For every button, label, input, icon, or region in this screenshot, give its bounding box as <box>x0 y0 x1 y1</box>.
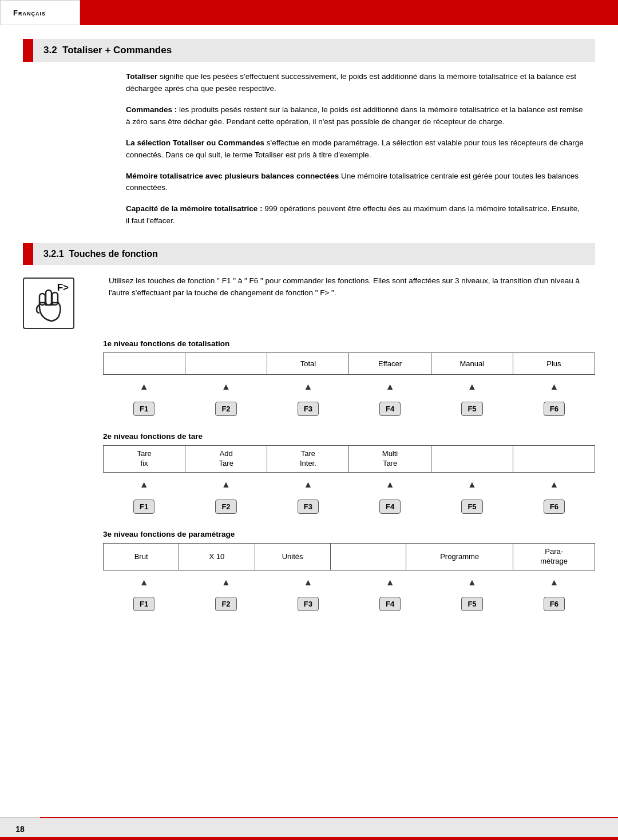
arrow-t3-2: ▲ <box>185 572 267 593</box>
bold-memoire: Mémoire totalisatrice avec plusieurs bal… <box>126 172 339 180</box>
table-3-fkey: ▲ ▲ ▲ ▲ ▲ ▲ F1 F2 F3 F4 F5 F6 <box>103 572 595 615</box>
subsection-number: 3.2.1 <box>43 249 64 259</box>
cell-t3-h1: Brut <box>104 544 179 570</box>
section-3-2-content: Totaliser signifie que les pesées s'effe… <box>23 71 595 227</box>
bold-totaliser: Totaliser <box>126 72 157 81</box>
btn-t3-f2[interactable]: F2 <box>185 593 267 615</box>
btn-t3-f1[interactable]: F1 <box>103 593 185 615</box>
arrow-t2-4: ▲ <box>349 474 431 496</box>
btn-t1-f5[interactable]: F5 <box>431 398 513 419</box>
cell-t3-h4 <box>330 544 406 570</box>
arrow-t1-3: ▲ <box>267 376 349 398</box>
btn-t2-f4[interactable]: F4 <box>349 496 431 517</box>
svg-rect-0 <box>46 290 52 305</box>
hand-icon <box>33 289 65 324</box>
paragraph-2: Commandes : les produits pesés restent s… <box>126 104 584 128</box>
table-2-btn-row: F1 F2 F3 F4 F5 F6 <box>103 496 595 517</box>
fkey-area: F> Utilisez l <box>23 275 595 329</box>
cell-t2-h4: MultiTare <box>349 446 431 473</box>
table-2-label: 2e niveau fonctions de tare <box>103 432 595 441</box>
bold-commandes: Commandes : <box>126 105 177 114</box>
btn-t2-f5[interactable]: F5 <box>431 496 513 517</box>
table-3-arrow-row: ▲ ▲ ▲ ▲ ▲ ▲ <box>103 572 595 593</box>
cell-t1-h4: Effacer <box>349 353 431 375</box>
cell-t3-h6: Para-métrage <box>513 544 595 570</box>
cell-t2-h3: TareInter. <box>267 446 349 473</box>
arrow-t3-3: ▲ <box>267 572 349 593</box>
table-2-header-row: Tarefix AddTare TareInter. MultiTare <box>104 446 595 473</box>
bold-capacite: Capacité de la mémoire totalisatrice : <box>126 204 263 213</box>
table-2: Tarefix AddTare TareInter. MultiTare <box>103 445 595 473</box>
arrow-t3-5: ▲ <box>431 572 513 593</box>
btn-t3-f4[interactable]: F4 <box>349 593 431 615</box>
paragraph-4: Mémoire totalisatrice avec plusieurs bal… <box>126 171 584 195</box>
footer-red-line <box>0 837 618 840</box>
btn-t1-f2[interactable]: F2 <box>185 398 267 419</box>
arrow-t3-6: ▲ <box>513 572 595 593</box>
arrow-t2-5: ▲ <box>431 474 513 496</box>
section-red-bar <box>23 39 33 62</box>
arrow-t1-6: ▲ <box>513 376 595 398</box>
table-3-section: 3e niveau fonctions de paramétrage Brut … <box>103 530 595 615</box>
arrow-t1-1: ▲ <box>103 376 185 398</box>
fkey-description: Utilisez les touches de fonction " F1 " … <box>109 275 595 299</box>
fkey-icon-box: F> <box>23 278 74 329</box>
btn-t2-f6[interactable]: F6 <box>513 496 595 517</box>
arrow-t2-6: ▲ <box>513 474 595 496</box>
cell-t1-h3: Total <box>267 353 349 375</box>
table-1-btn-row: F1 F2 F3 F4 F5 F6 <box>103 398 595 419</box>
table-2-section: 2e niveau fonctions de tare Tarefix AddT… <box>103 432 595 517</box>
btn-t1-f1[interactable]: F1 <box>103 398 185 419</box>
page-wrapper: Français 3.2 Totaliser + Commandes Total… <box>0 0 618 840</box>
arrow-t2-2: ▲ <box>185 474 267 496</box>
arrow-t2-3: ▲ <box>267 474 349 496</box>
cell-t2-h1: Tarefix <box>104 446 185 473</box>
btn-t1-f4[interactable]: F4 <box>349 398 431 419</box>
cell-t1-h1 <box>104 353 185 375</box>
btn-t3-f6[interactable]: F6 <box>513 593 595 615</box>
btn-t1-f6[interactable]: F6 <box>513 398 595 419</box>
arrow-t2-1: ▲ <box>103 474 185 496</box>
cell-t1-h6: Plus <box>513 353 595 375</box>
table-1-section: 1e niveau fonctions de totalisation Tota… <box>103 339 595 419</box>
cell-t1-h2 <box>185 353 267 375</box>
section-title-text: Totaliser + Commandes <box>62 45 172 56</box>
table-1-label: 1e niveau fonctions de totalisation <box>103 339 595 348</box>
section-3-2-title: 3.2 Totaliser + Commandes <box>40 39 172 62</box>
cell-t2-h6 <box>513 446 595 473</box>
arrow-t1-5: ▲ <box>431 376 513 398</box>
page-footer: 18 <box>0 817 618 840</box>
bold-selection: La sélection Totaliser ou Commandes <box>126 138 264 147</box>
table-2-arrow-row: ▲ ▲ ▲ ▲ ▲ ▲ <box>103 474 595 496</box>
language-text: Français <box>13 9 46 17</box>
footer-bar <box>40 817 618 840</box>
subsection-title-text: Touches de fonction <box>69 249 157 259</box>
paragraph-5: Capacité de la mémoire totalisatrice : 9… <box>126 203 584 227</box>
btn-t1-f3[interactable]: F3 <box>267 398 349 419</box>
btn-t3-f5[interactable]: F5 <box>431 593 513 615</box>
fkey-description-text: Utilisez les touches de fonction " F1 " … <box>109 276 580 297</box>
cell-t2-h2: AddTare <box>185 446 267 473</box>
btn-t2-f2[interactable]: F2 <box>185 496 267 517</box>
page-number: 18 <box>0 817 40 840</box>
arrow-t1-2: ▲ <box>185 376 267 398</box>
subsection-red-bar <box>23 243 33 265</box>
cell-t1-h5: Manual <box>431 353 513 375</box>
paragraph-3: La sélection Totaliser ou Commandes s'ef… <box>126 137 584 161</box>
table-2-fkey: ▲ ▲ ▲ ▲ ▲ ▲ F1 F2 F3 F4 F5 F6 <box>103 474 595 517</box>
table-1-header-row: Total Effacer Manual Plus <box>104 353 595 375</box>
cell-t3-h2: X 10 <box>179 544 255 570</box>
btn-t3-f3[interactable]: F3 <box>267 593 349 615</box>
table-1-fkey: ▲ ▲ ▲ ▲ ▲ ▲ F1 F2 F3 F4 F5 F6 <box>103 376 595 419</box>
cell-t2-h5 <box>431 446 513 473</box>
section-number: 3.2 <box>43 45 57 56</box>
language-label: Français <box>0 0 80 25</box>
cell-t3-h3: Unités <box>255 544 330 570</box>
section-3-2-1-header: 3.2.1 Touches de fonction <box>23 243 595 265</box>
arrow-t3-4: ▲ <box>349 572 431 593</box>
fkey-icon-container: F> <box>23 278 97 329</box>
btn-t2-f3[interactable]: F3 <box>267 496 349 517</box>
section-3-2-header: 3.2 Totaliser + Commandes <box>23 39 595 62</box>
arrow-t3-1: ▲ <box>103 572 185 593</box>
btn-t2-f1[interactable]: F1 <box>103 496 185 517</box>
